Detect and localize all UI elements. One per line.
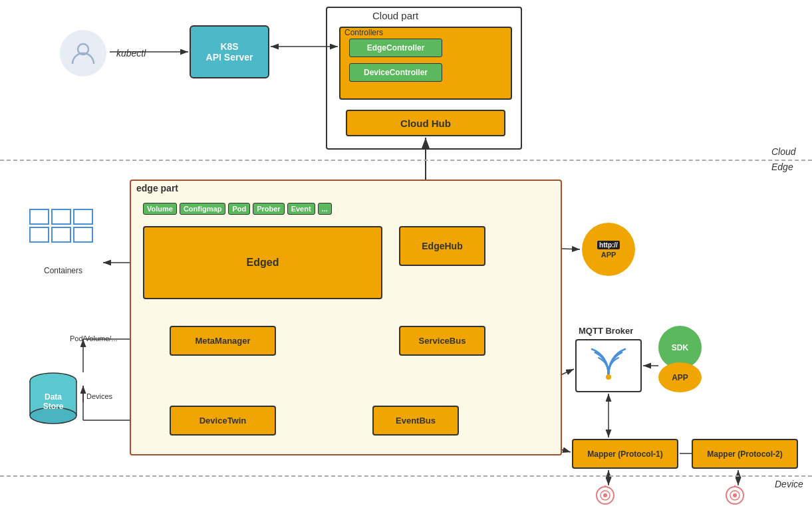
module-pod: Pod <box>228 203 250 215</box>
edged-modules-row: Volume Configmap Pod Prober Event ... <box>143 203 332 215</box>
user-icon <box>60 30 106 76</box>
app-label: APP <box>601 251 616 259</box>
pod-volume-label: Pod/Volume/... <box>70 334 118 342</box>
svg-point-45 <box>603 493 607 497</box>
http-app-circle: http:// APP <box>582 223 635 276</box>
module-volume: Volume <box>143 203 177 215</box>
http-label: http:// <box>597 241 620 249</box>
svg-rect-31 <box>74 209 92 224</box>
architecture-diagram: Cloud Edge Device kubectl K8S API Server… <box>0 0 812 506</box>
module-configmap: Configmap <box>180 203 225 215</box>
edge-device-divider <box>0 475 812 477</box>
cloud-hub-box: Cloud Hub <box>346 110 505 136</box>
containers-label: Containers <box>27 266 100 275</box>
module-prober: Prober <box>253 203 284 215</box>
devicetwin-box: DeviceTwin <box>170 406 276 436</box>
svg-point-42 <box>606 374 611 380</box>
device-label: Device <box>775 479 803 489</box>
controllers-title: Controllers <box>344 28 383 37</box>
kubectl-label: kubectl <box>116 48 146 59</box>
containers-area: Containers <box>27 206 100 266</box>
mqtt-broker-label: MQTT Broker <box>579 326 633 336</box>
k8s-api-server: K8S API Server <box>190 25 269 78</box>
svg-point-49 <box>733 493 737 497</box>
module-event: Event <box>287 203 315 215</box>
mapper2-box: Mapper (Protocol-2) <box>692 439 798 469</box>
servicebus-box: ServiceBus <box>399 326 485 356</box>
edge-part-title: edge part <box>136 183 178 193</box>
mapper1-box: Mapper (Protocol-1) <box>572 439 678 469</box>
datastore-area: Data Store <box>23 369 83 429</box>
edgehub-box: EdgeHub <box>399 226 485 266</box>
edge-controller-box: EdgeController <box>349 39 442 57</box>
svg-text:Store: Store <box>43 402 64 411</box>
cloud-edge-divider <box>0 160 812 161</box>
device-controller-box: DeviceController <box>349 63 442 82</box>
svg-text:Data: Data <box>45 392 62 402</box>
edge-label: Edge <box>771 162 793 172</box>
svg-rect-29 <box>30 209 49 224</box>
cloud-part-title: Cloud part <box>372 10 418 21</box>
cloud-label: Cloud <box>771 146 796 157</box>
svg-rect-32 <box>30 227 49 242</box>
sdk-app-circle: APP <box>658 362 702 392</box>
svg-rect-33 <box>52 227 70 242</box>
device-icon-2 <box>715 485 755 506</box>
devices-label: Devices <box>86 392 112 400</box>
svg-rect-30 <box>52 209 70 224</box>
metamanager-box: MetaManager <box>170 326 276 356</box>
edged-box: Edged <box>143 226 382 299</box>
svg-rect-34 <box>74 227 92 242</box>
device-icon-1 <box>585 485 625 506</box>
mqtt-broker-box <box>575 339 642 392</box>
module-dots: ... <box>318 203 332 215</box>
eventbus-box: EventBus <box>372 406 459 436</box>
